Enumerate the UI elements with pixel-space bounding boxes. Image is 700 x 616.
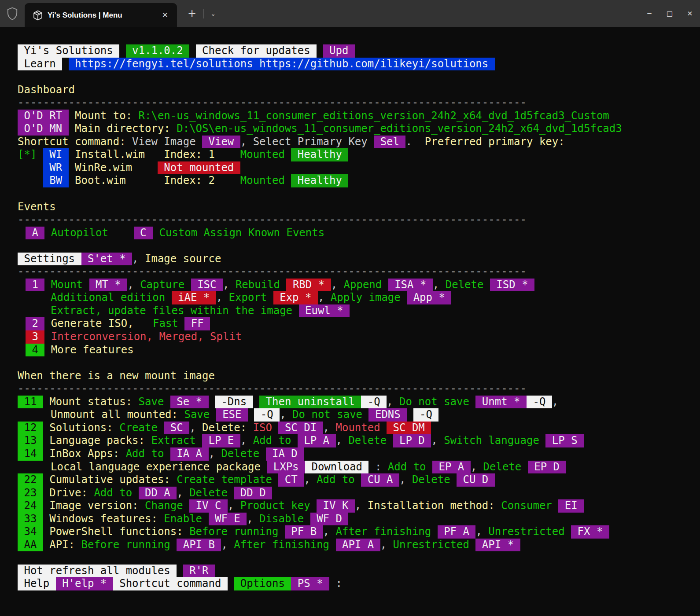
shortcut-wf-e[interactable]: WF E: [209, 513, 247, 526]
shortcut-sc-dm[interactable]: SC DM: [387, 422, 431, 435]
shortcut-ff[interactable]: FF: [184, 317, 210, 330]
shortcut-pf-a[interactable]: PF A: [438, 525, 476, 539]
shortcut-sc-di[interactable]: SC DI: [278, 422, 323, 435]
shortcut-od-rt[interactable]: O'D RT: [18, 110, 69, 123]
new-tab-button[interactable]: +: [182, 0, 202, 27]
shortcut-iae[interactable]: iAE *: [172, 291, 216, 304]
help-button[interactable]: Help: [18, 577, 56, 590]
shortcut-euwl[interactable]: Euwl *: [299, 304, 350, 318]
shortcut-wr[interactable]: WR: [43, 161, 69, 175]
menu-1[interactable]: 1: [26, 279, 44, 292]
shortcut-unmt[interactable]: Unmt *: [475, 396, 527, 409]
options-button[interactable]: Options: [234, 577, 291, 590]
shortcut-pf-b[interactable]: PF B: [285, 525, 323, 539]
shortcut-command-button[interactable]: Shortcut command: [113, 577, 228, 590]
text-segment: [62, 58, 68, 71]
shortcut-wi[interactable]: WI: [43, 148, 69, 161]
shortcut-iv-k[interactable]: IV K: [317, 499, 355, 513]
shortcut-rbd[interactable]: RBD *: [286, 279, 331, 292]
shortcut-lp-a[interactable]: LP A: [298, 434, 336, 447]
text-segment: [69, 122, 75, 136]
shortcut-exp[interactable]: Exp *: [273, 291, 318, 304]
shortcut-ei[interactable]: EI: [558, 499, 584, 513]
shortcut-ese[interactable]: ESE: [216, 408, 248, 422]
shortcut-mt[interactable]: MT *: [89, 279, 128, 292]
shortcut-q-ese[interactable]: -Q: [254, 408, 280, 422]
close-button[interactable]: ✕: [680, 0, 700, 27]
menu-13[interactable]: 13: [18, 434, 43, 447]
shortcut-help[interactable]: H'elp *: [56, 577, 113, 590]
menu-12[interactable]: 12: [18, 422, 43, 435]
tab-close-button[interactable]: ✕: [158, 10, 172, 21]
menu-4[interactable]: 4: [26, 344, 44, 357]
shortcut-lp-e[interactable]: LP E: [202, 434, 240, 447]
shortcut-iv-c[interactable]: IV C: [189, 499, 228, 513]
shortcut-custom-events[interactable]: C: [134, 227, 153, 240]
shortcut-q-save[interactable]: -Q: [361, 396, 387, 409]
menu-14[interactable]: 14: [18, 447, 43, 461]
settings-button[interactable]: Settings: [18, 253, 81, 266]
terminal-line: [0, 356, 700, 370]
shortcut-ps[interactable]: PS *: [291, 577, 329, 590]
download-button[interactable]: Download: [305, 461, 369, 474]
shortcut-isd[interactable]: ISD *: [490, 279, 534, 292]
shortcut-lp-d[interactable]: LP D: [393, 434, 431, 447]
shortcut-ep-d[interactable]: EP D: [528, 461, 566, 474]
tab-yis-solutions[interactable]: Yi's Solutions | Menu ✕: [25, 3, 177, 27]
shortcut-dd-a[interactable]: DD A: [139, 487, 177, 500]
shortcut-upd[interactable]: Upd: [323, 44, 355, 58]
menu-2[interactable]: 2: [26, 317, 44, 330]
shortcut-set[interactable]: S'et *: [81, 253, 133, 266]
shortcut-view[interactable]: View: [202, 136, 240, 149]
custom-events-label: Custom Assign Known Events: [159, 227, 324, 240]
menu-24[interactable]: 24: [18, 499, 43, 513]
hot-refresh-button[interactable]: Hot refresh all modules: [18, 565, 177, 578]
check-updates-button[interactable]: Check for updates: [196, 44, 317, 58]
project-links[interactable]: https://fengyi.tel/solutions https://git…: [69, 58, 495, 71]
shortcut-dd-d[interactable]: DD D: [234, 487, 272, 500]
menu-3[interactable]: 3: [26, 330, 44, 344]
shortcut-lxps[interactable]: LXPs: [267, 461, 305, 474]
shortcut-autopilot[interactable]: A: [26, 227, 44, 240]
image-source-label: Image source: [145, 253, 221, 266]
shortcut-isc[interactable]: ISC: [191, 279, 223, 292]
shortcut-se[interactable]: Se *: [170, 396, 209, 409]
shortcut-rr[interactable]: R'R: [183, 565, 215, 578]
shortcut-ia-a[interactable]: IA A: [170, 447, 209, 461]
shortcut-ia-d[interactable]: IA D: [266, 447, 304, 461]
shortcut-api-a[interactable]: API A: [336, 539, 380, 552]
shortcut-q-edns[interactable]: -Q: [413, 408, 439, 422]
shortcut-ct[interactable]: CT: [278, 473, 304, 487]
shortcut-fx[interactable]: FX *: [571, 525, 609, 539]
shortcut-api-star[interactable]: API *: [475, 539, 520, 552]
shortcut-api-b[interactable]: API B: [177, 539, 221, 552]
shortcut-od-mn[interactable]: O'D MN: [18, 122, 69, 136]
tab-dropdown-button[interactable]: ⌄: [206, 0, 221, 27]
shortcut-cu-d[interactable]: CU D: [457, 473, 495, 487]
shortcut-bw[interactable]: BW: [43, 174, 69, 187]
shortcut-cu-a[interactable]: CU A: [361, 473, 399, 487]
menu-34[interactable]: 34: [18, 525, 43, 539]
shortcut-ep-a[interactable]: EP A: [432, 461, 471, 474]
shortcut-isa[interactable]: ISA *: [388, 279, 433, 292]
shortcut-sel[interactable]: Sel: [374, 136, 405, 149]
text-segment: [317, 44, 323, 58]
terminal-line: 24 Image version: Change IV C , Product …: [0, 499, 700, 513]
shortcut-dns[interactable]: -Dns: [215, 396, 253, 409]
menu-33[interactable]: 33: [18, 513, 43, 526]
text-segment: [43, 447, 49, 461]
then-uninstall-badge[interactable]: Then uninstall: [259, 396, 361, 409]
minimize-button[interactable]: ─: [639, 0, 659, 27]
shortcut-q-unmt[interactable]: -Q: [527, 396, 552, 409]
menu-22[interactable]: 22: [18, 473, 43, 487]
menu-aa[interactable]: AA: [18, 539, 43, 552]
shortcut-app[interactable]: App *: [407, 291, 451, 304]
shortcut-lp-s[interactable]: LP S: [545, 434, 584, 447]
menu-11[interactable]: 11: [18, 396, 43, 409]
shortcut-edns[interactable]: EDNS: [368, 408, 407, 422]
learn-badge[interactable]: Learn: [18, 58, 62, 71]
shortcut-wf-d[interactable]: WF D: [310, 513, 349, 526]
menu-23[interactable]: 23: [18, 487, 43, 500]
shortcut-sc[interactable]: SC: [164, 422, 189, 435]
maximize-button[interactable]: □: [659, 0, 680, 27]
